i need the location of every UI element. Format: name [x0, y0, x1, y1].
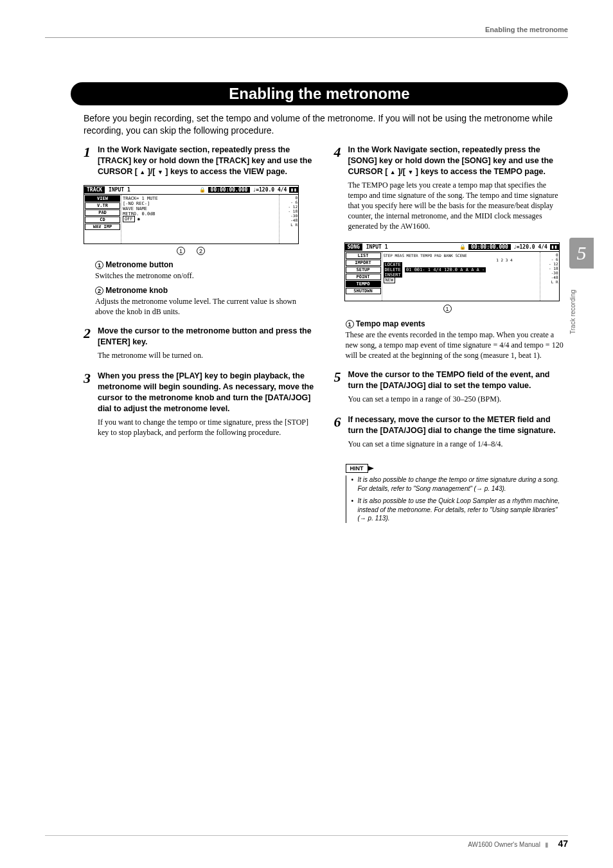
sub-title: 2 Metronome knob [95, 286, 315, 295]
m: -48 [280, 218, 298, 222]
step-number: 3 [84, 371, 98, 443]
ss-tabs: VIEW V.TR PAD CD WAV IMP [84, 195, 121, 244]
sub-text: These are the events recorded in the tem… [346, 330, 565, 361]
hint-body: • It is also possible to change the temp… [346, 475, 565, 523]
tab: IMPORT [346, 260, 381, 266]
content-columns: 1 In the Work Navigate section, repeated… [84, 145, 565, 527]
ss-corner: TRACK [84, 186, 105, 193]
chapter-number: 5 [569, 238, 594, 269]
tab: WAV IMP [85, 224, 120, 230]
num-icon: 2 [95, 287, 103, 295]
page-number: 47 [558, 838, 568, 849]
lbl: Metronome knob [105, 286, 168, 295]
t: ] keys to access the VIEW page. [163, 167, 287, 176]
step-title: When you press the [PLAY] key to begin p… [98, 371, 315, 414]
ss-input: INPUT 1 [106, 187, 133, 193]
hint-text: It is also possible to use the Quick Loo… [358, 497, 565, 523]
hint-text: It is also possible to change the tempo … [358, 475, 565, 493]
ss-tempo: ♩=120.0 4/4 [250, 187, 289, 193]
ss-mid: STEP MEAS METER TEMPO PAD BANK SCENE 1 2… [382, 252, 540, 301]
footer-rule [45, 835, 568, 836]
hint-box: HINT • It is also possible to change the… [346, 463, 565, 523]
ss-tempo: ♩=120.0 4/4 [511, 244, 550, 250]
m: - 12 [541, 261, 558, 266]
ss-meter-icon: ▮▮ [289, 187, 298, 193]
m: -30 [541, 270, 558, 275]
track-view-screenshot: TRACK INPUT 1 🔒 00:00:00.000 ♩=120.0 4/4… [84, 185, 299, 244]
row: NEW [384, 278, 538, 283]
m: - 18 [541, 266, 558, 270]
tab: TEMPO [346, 281, 381, 287]
intro-text: Before you begin recording, set the temp… [84, 112, 565, 137]
step-4: 4 In the Work Navigate section, repeated… [334, 145, 565, 237]
divider-icon: ▮ [545, 841, 549, 848]
step-body: Move the cursor to the TEMPO field of th… [348, 369, 565, 409]
tab: POINT [346, 274, 381, 280]
tab: PAD [85, 209, 120, 216]
step-text: You can set a time signature in a range … [348, 439, 565, 449]
sub-metronome-knob: 2 Metronome knob Adjusts the metronome v… [95, 286, 315, 317]
step-number: 4 [334, 145, 348, 237]
cursor-down-icon [157, 167, 163, 176]
step-body: Move the cursor to the metronome button … [98, 326, 315, 366]
r: OFF ◉ [123, 217, 278, 222]
step-number: 6 [334, 414, 348, 454]
bullet-icon: • [351, 475, 358, 493]
r: METRO. 0.0dB [123, 211, 278, 217]
m: -30 [280, 213, 298, 218]
sub-tempo-events: 1 Tempo map events These are the events … [346, 319, 565, 361]
row: INSERT [384, 272, 538, 278]
ss-body: LIST IMPORT SETUP POINT TEMPO SHUTDWN ST… [345, 252, 559, 301]
step-5: 5 Move the cursor to the TEMPO field of … [334, 369, 565, 409]
m: 0 [541, 252, 558, 257]
callout-1-icon: 1 [177, 247, 185, 255]
ss-input: INPUT 1 [364, 244, 391, 250]
sub-metronome-button: 1 Metronome button Switches the metronom… [95, 260, 315, 281]
hdr: STEP MEAS METER TEMPO PAD BANK SCENE [384, 253, 538, 258]
tab: VIEW [85, 195, 120, 202]
tab: LIST [346, 252, 381, 259]
header-rule [45, 37, 568, 38]
step-title: If necessary, move the cursor to the MET… [348, 414, 565, 436]
chapter-tab: 5 Track recording [569, 238, 594, 353]
ss-mid: TRACK= 1 MUTE [-NO REC-] WAVE NAME METRO… [121, 195, 279, 244]
ss-time: 00:00:00.000 [468, 244, 511, 250]
sub-text: Adjusts the metronome volume level. The … [95, 296, 315, 317]
step-3: 3 When you press the [PLAY] key to begin… [84, 371, 315, 443]
b: DELETE [384, 267, 402, 272]
t: ] keys to access the TEMPO page. [413, 167, 546, 176]
step-title: Move the cursor to the metronome button … [98, 326, 315, 348]
footer: AW1600 Owner's Manual ▮ 47 [468, 838, 568, 849]
row: DELETE 01 001- 1 4/4 120.0 A A A A - [384, 267, 538, 272]
lock-icon: 🔒 [457, 244, 468, 250]
num-icon: 1 [95, 261, 103, 269]
lbl: Tempo map events [356, 319, 425, 328]
tab: SETUP [346, 267, 381, 273]
hint-label: HINT [346, 464, 368, 473]
ss-meters: 0 - 6 - 12 - 18 -30 -48 L R [540, 252, 559, 301]
t: ]/[ [396, 167, 408, 176]
b: LOCATE [384, 262, 402, 267]
step-1: 1 In the Work Navigate section, repeated… [84, 145, 315, 180]
cursor-up-icon [390, 167, 396, 176]
tab: SHUTDWN [346, 288, 381, 294]
b: NEW [384, 277, 396, 283]
left-column: 1 In the Work Navigate section, repeated… [84, 145, 315, 527]
r: [-NO REC-] [123, 201, 278, 206]
hint-bullet: • It is also possible to change the temp… [351, 475, 565, 493]
metro-off: OFF [123, 216, 135, 222]
lbl: Metronome button [105, 260, 173, 269]
step-number: 1 [84, 145, 98, 180]
data-row: 01 001- 1 4/4 120.0 A A A A - [405, 267, 486, 272]
step-text: The TEMPO page lets you create a tempo m… [348, 180, 565, 232]
step-body: In the Work Navigate section, repeatedly… [348, 145, 565, 237]
running-header: Enabling the metronome [485, 26, 568, 33]
callout-2-icon: 2 [197, 247, 205, 255]
m: - 6 [541, 257, 558, 261]
step-number: 2 [84, 326, 98, 366]
step-body: When you press the [PLAY] key to begin p… [98, 371, 315, 443]
step-title: In the Work Navigate section, repeatedly… [348, 145, 565, 177]
step-title: Move the cursor to the TEMPO field of th… [348, 369, 565, 391]
hint-bullet: • It is also possible to use the Quick L… [351, 497, 565, 523]
ss-titlebar: SONG INPUT 1 🔒 00:00:00.000 ♩=120.0 4/4 … [345, 243, 559, 252]
